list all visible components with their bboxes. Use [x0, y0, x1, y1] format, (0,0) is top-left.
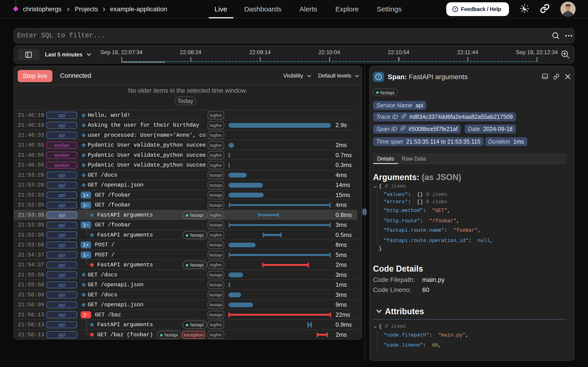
svg-text:?: ? [454, 7, 456, 11]
